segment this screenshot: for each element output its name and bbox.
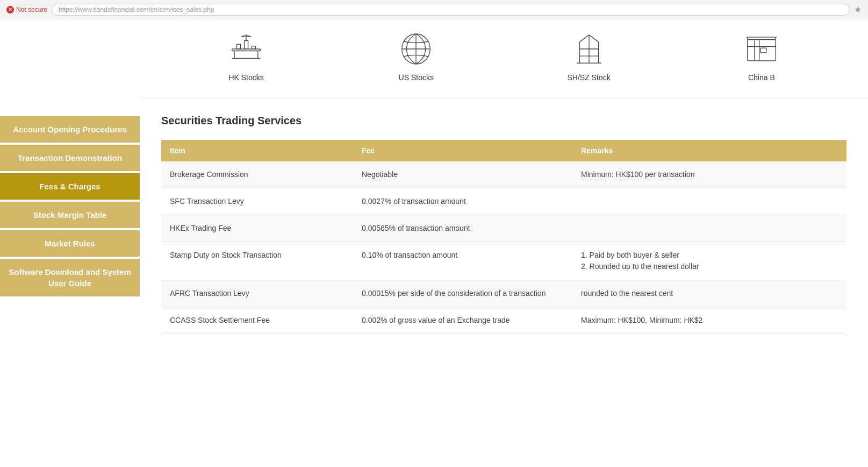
svg-line-16 bbox=[589, 35, 599, 42]
table-row: CCASS Stock Settlement Fee0.002% of gros… bbox=[161, 307, 847, 334]
svg-rect-25 bbox=[761, 48, 766, 53]
sidebar-item-account-opening[interactable]: Account Opening Procedures bbox=[0, 116, 140, 143]
table-row: SFC Transaction Levy0.0027% of transacti… bbox=[161, 188, 847, 215]
cell-remarks: 1. Paid by both buyer & seller2. Rounded… bbox=[572, 242, 847, 280]
us-stocks-icon bbox=[397, 30, 435, 68]
svg-rect-22 bbox=[748, 40, 776, 61]
svg-rect-3 bbox=[252, 46, 256, 49]
china-b-label: China B bbox=[748, 73, 775, 82]
sh-sz-label: SH/SZ Stock bbox=[568, 73, 611, 82]
cell-remarks: Maximum: HK$100, Minimum: HK$2 bbox=[572, 307, 847, 334]
not-secure-icon: ✕ bbox=[6, 6, 14, 13]
china-b-icon-item[interactable]: China B bbox=[743, 30, 780, 82]
sh-sz-icon-item[interactable]: SH/SZ Stock bbox=[568, 30, 611, 82]
cell-item: AFRC Transaction Levy bbox=[161, 280, 353, 307]
cell-item: CCASS Stock Settlement Fee bbox=[161, 307, 353, 334]
svg-rect-2 bbox=[245, 40, 248, 49]
fees-table: Item Fee Remarks Brokerage CommissionNeg… bbox=[161, 140, 847, 334]
cell-fee: 0.10% of transaction amount bbox=[353, 242, 572, 280]
svg-line-15 bbox=[579, 35, 589, 42]
url-bar[interactable]: https://www.tiandafinancial.com/en/servi… bbox=[52, 4, 850, 16]
table-row: AFRC Transaction Levy0.00015% per side o… bbox=[161, 280, 847, 307]
not-secure-indicator: ✕ Not secure bbox=[6, 6, 47, 13]
table-header-row: Item Fee Remarks bbox=[161, 140, 847, 161]
not-secure-label: Not secure bbox=[16, 6, 47, 13]
cell-fee: Negotiable bbox=[353, 161, 572, 188]
cell-item: Stamp Duty on Stock Transaction bbox=[161, 242, 353, 280]
main-area: HK Stocks US Stocks bbox=[140, 19, 868, 467]
sh-sz-icon bbox=[570, 30, 608, 68]
sidebar-item-market-rules[interactable]: Market Rules bbox=[0, 230, 140, 257]
cell-remarks: rounded to the nearest cent bbox=[572, 280, 847, 307]
bookmark-icon[interactable]: ★ bbox=[854, 4, 862, 15]
svg-rect-1 bbox=[237, 44, 241, 49]
hk-stocks-label: HK Stocks bbox=[228, 73, 263, 82]
table-row: Brokerage CommissionNegotiableMinimum: H… bbox=[161, 161, 847, 188]
cell-item: SFC Transaction Levy bbox=[161, 188, 353, 215]
us-stocks-icon-item[interactable]: US Stocks bbox=[397, 30, 435, 82]
hk-stocks-icon-item[interactable]: HK Stocks bbox=[227, 30, 265, 82]
china-b-icon bbox=[743, 30, 780, 68]
col-header-remarks: Remarks bbox=[572, 140, 847, 161]
sidebar: Account Opening Procedures Transaction D… bbox=[0, 19, 140, 467]
us-stocks-label: US Stocks bbox=[399, 73, 434, 82]
sidebar-item-software-download[interactable]: Software Download and System User Guide bbox=[0, 259, 140, 296]
hk-stocks-icon bbox=[227, 30, 265, 68]
cell-item: Brokerage Commission bbox=[161, 161, 353, 188]
cell-remarks: Minimum: HK$100 per transaction bbox=[572, 161, 847, 188]
cell-remarks bbox=[572, 188, 847, 215]
sidebar-item-stock-margin[interactable]: Stock Margin Table bbox=[0, 202, 140, 228]
browser-bar: ✕ Not secure https://www.tiandafinancial… bbox=[0, 0, 868, 19]
cell-fee: 0.00015% per side of the consideration o… bbox=[353, 280, 572, 307]
cell-fee: 0.0027% of transaction amount bbox=[353, 188, 572, 215]
col-header-fee: Fee bbox=[353, 140, 572, 161]
page-content: Account Opening Procedures Transaction D… bbox=[0, 19, 868, 467]
cell-fee: 0.00565% of transaction amount bbox=[353, 215, 572, 242]
table-row: HKEx Trading Fee0.00565% of transaction … bbox=[161, 215, 847, 242]
url-text: https://www.tiandafinancial.com/en/servi… bbox=[59, 6, 214, 13]
cell-item: HKEx Trading Fee bbox=[161, 215, 353, 242]
sidebar-item-fees-charges[interactable]: Fees & Charges bbox=[0, 173, 140, 200]
content-section: Securities Trading Services Item Fee Rem… bbox=[140, 98, 868, 350]
cell-fee: 0.002% of gross value of an Exchange tra… bbox=[353, 307, 572, 334]
table-row: Stamp Duty on Stock Transaction0.10% of … bbox=[161, 242, 847, 280]
col-header-item: Item bbox=[161, 140, 353, 161]
sidebar-item-transaction-demo[interactable]: Transaction Demonstration bbox=[0, 145, 140, 171]
cell-remarks bbox=[572, 215, 847, 242]
stock-icons-section: HK Stocks US Stocks bbox=[140, 19, 868, 98]
section-title: Securities Trading Services bbox=[161, 115, 847, 127]
